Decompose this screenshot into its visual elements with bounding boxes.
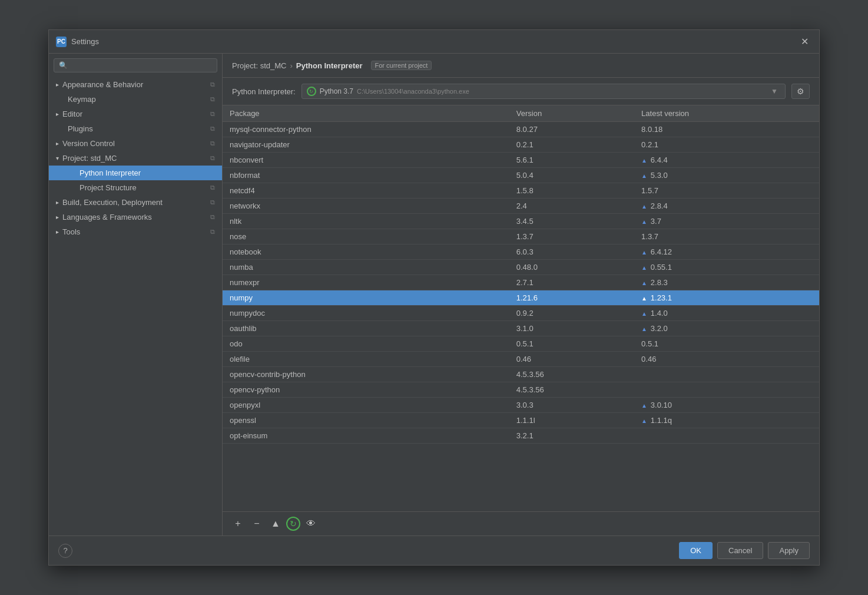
sidebar-item-version-control[interactable]: ▸Version Control⧉ [49, 136, 222, 151]
upgrade-icon: ▲ [641, 157, 649, 164]
apply-button[interactable]: Apply [768, 542, 810, 559]
cancel-button[interactable]: Cancel [717, 542, 763, 559]
ok-button[interactable]: OK [679, 542, 713, 559]
footer-left: ? [58, 544, 72, 558]
table-row[interactable]: numpydoc0.9.2▲ 1.4.0 [223, 306, 819, 321]
package-name: numpydoc [223, 306, 509, 321]
copy-icon: ⧉ [210, 228, 215, 236]
search-input[interactable] [54, 58, 217, 72]
footer-right: OK Cancel Apply [679, 542, 810, 559]
package-name: numexpr [223, 275, 509, 290]
table-row[interactable]: numba0.48.0▲ 0.55.1 [223, 260, 819, 275]
interpreter-path: C:\Users\13004\anaconda3\python.exe [357, 88, 469, 95]
package-version: 3.2.1 [509, 428, 634, 444]
breadcrumb: Project: std_MC › Python Interpreter For… [223, 54, 819, 78]
remove-package-button[interactable]: − [249, 515, 265, 532]
sidebar-item-languages[interactable]: ▸Languages & Frameworks⧉ [49, 210, 222, 224]
table-row[interactable]: opencv-python4.5.3.56 [223, 382, 819, 398]
table-row[interactable]: numpy1.21.6▲ 1.23.1 [223, 290, 819, 306]
chevron-icon: ▸ [56, 229, 59, 235]
package-name: olefile [223, 352, 509, 367]
package-name: numpy [223, 290, 509, 306]
table-row[interactable]: navigator-updater0.2.10.2.1 [223, 137, 819, 153]
sidebar-item-tools[interactable]: ▸Tools⧉ [49, 224, 222, 239]
table-row[interactable]: openssl1.1.1l▲ 1.1.1q [223, 413, 819, 428]
package-name: navigator-updater [223, 137, 509, 153]
package-version: 0.9.2 [509, 306, 634, 321]
package-latest-version: ▲ 3.7 [634, 214, 819, 229]
chevron-icon: ▸ [56, 140, 59, 147]
table-header-row: Package Version Latest version [223, 105, 819, 122]
table-row[interactable]: openpyxl3.0.3▲ 3.0.10 [223, 398, 819, 413]
sidebar-item-editor[interactable]: ▸Editor⧉ [49, 107, 222, 121]
copy-icon: ⧉ [210, 140, 215, 147]
sidebar-item-project[interactable]: ▾Project: std_MC⧉ [49, 151, 222, 166]
sidebar-item-project-structure[interactable]: Project Structure⧉ [49, 180, 222, 195]
package-latest-version [634, 367, 819, 382]
table-row[interactable]: nltk3.4.5▲ 3.7 [223, 214, 819, 229]
sidebar-items-container: ▸Appearance & Behavior⧉Keymap⧉▸Editor⧉Pl… [49, 77, 222, 239]
close-button[interactable]: ✕ [797, 35, 812, 48]
footer: ? OK Cancel Apply [49, 536, 819, 565]
sidebar-item-appearance[interactable]: ▸Appearance & Behavior⧉ [49, 77, 222, 92]
upgrade-icon: ▲ [641, 203, 649, 210]
package-name: oauthlib [223, 321, 509, 336]
table-row[interactable]: opt-einsum3.2.1 [223, 428, 819, 444]
interpreter-settings-button[interactable]: ⚙ [791, 84, 810, 99]
package-latest-version: ▲ 6.4.4 [634, 153, 819, 168]
sidebar-item-plugins[interactable]: Plugins⧉ [49, 121, 222, 136]
breadcrumb-separator: › [290, 61, 292, 70]
package-version: 6.0.3 [509, 244, 634, 260]
package-version: 0.46 [509, 352, 634, 367]
table-row[interactable]: nbconvert5.6.1▲ 6.4.4 [223, 153, 819, 168]
upgrade-icon: ▲ [641, 265, 649, 271]
table-row[interactable]: networkx2.4▲ 2.8.4 [223, 199, 819, 214]
table-row[interactable]: netcdf41.5.81.5.7 [223, 183, 819, 199]
breadcrumb-tag: For current project [371, 61, 432, 70]
add-package-button[interactable]: + [230, 515, 246, 532]
interpreter-bar: Python Interpreter: ↻ Python 3.7 C:\User… [223, 78, 819, 105]
table-row[interactable]: notebook6.0.3▲ 6.4.12 [223, 244, 819, 260]
chevron-icon: ▸ [56, 111, 59, 117]
copy-icon: ⧉ [210, 95, 215, 103]
packages-table: Package Version Latest version mysql-con… [223, 105, 819, 444]
table-row[interactable]: opencv-contrib-python4.5.3.56 [223, 367, 819, 382]
table-row[interactable]: nbformat5.0.4▲ 5.3.0 [223, 168, 819, 183]
table-row[interactable]: nose1.3.71.3.7 [223, 229, 819, 244]
refresh-packages-button[interactable]: ↻ [286, 517, 300, 531]
package-name: opt-einsum [223, 428, 509, 444]
upgrade-icon: ▲ [641, 326, 649, 332]
table-row[interactable]: numexpr2.7.1▲ 2.8.3 [223, 275, 819, 290]
interpreter-select-dropdown[interactable]: ↻ Python 3.7 C:\Users\13004\anaconda3\py… [302, 84, 786, 99]
sidebar-item-keymap[interactable]: Keymap⧉ [49, 92, 222, 107]
sidebar-item-build[interactable]: ▸Build, Execution, Deployment⧉ [49, 195, 222, 210]
title-bar: PC Settings ✕ [49, 30, 819, 54]
table-row[interactable]: odo0.5.10.5.1 [223, 336, 819, 352]
table-row[interactable]: oauthlib3.1.0▲ 3.2.0 [223, 321, 819, 336]
package-latest-version: ▲ 0.55.1 [634, 260, 819, 275]
package-version: 2.4 [509, 199, 634, 214]
package-name: mysql-connector-python [223, 122, 509, 137]
col-package: Package [223, 105, 509, 122]
package-name: odo [223, 336, 509, 352]
package-version: 0.5.1 [509, 336, 634, 352]
sidebar-item-label: Build, Execution, Deployment [62, 198, 163, 207]
upgrade-icon: ▲ [641, 418, 649, 424]
sidebar-item-python-interpreter[interactable]: Python Interpreter [49, 166, 222, 180]
table-row[interactable]: olefile0.460.46 [223, 352, 819, 367]
package-version: 4.5.3.56 [509, 382, 634, 398]
sidebar-item-label: Project: std_MC [62, 154, 117, 163]
python-status-icon: ↻ [307, 87, 316, 96]
copy-icon: ⧉ [210, 199, 215, 206]
package-latest-version: ▲ 2.8.4 [634, 199, 819, 214]
upgrade-package-button[interactable]: ▲ [267, 515, 284, 532]
package-latest-version: ▲ 1.23.1 [634, 290, 819, 306]
table-row[interactable]: mysql-connector-python8.0.278.0.18 [223, 122, 819, 137]
interpreter-label: Python Interpreter: [232, 87, 296, 96]
dropdown-arrow-icon: ▼ [768, 87, 780, 95]
package-version: 0.2.1 [509, 137, 634, 153]
upgrade-icon: ▲ [641, 402, 649, 409]
help-button[interactable]: ? [58, 544, 72, 558]
inspect-package-button[interactable]: 👁 [303, 515, 319, 532]
package-latest-version: ▲ 2.8.3 [634, 275, 819, 290]
